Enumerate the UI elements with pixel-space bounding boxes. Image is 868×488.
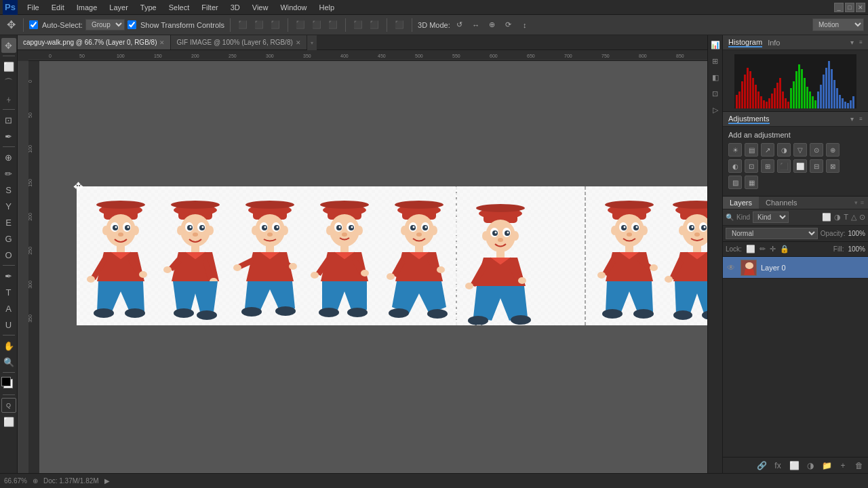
gradient-tool[interactable]: G	[1, 231, 16, 246]
zoom-tool[interactable]: 🔍	[1, 354, 16, 369]
adjustment-filter-icon[interactable]: ◑	[834, 213, 841, 222]
gradient-map-icon[interactable]: ▨	[728, 176, 742, 189]
shape-filter-icon[interactable]: △	[851, 213, 856, 222]
history-brush-tool[interactable]: Y	[1, 199, 16, 214]
hue-saturation-icon[interactable]: ⊙	[810, 143, 823, 157]
clone-stamp-tool[interactable]: S	[1, 182, 16, 197]
lock-position-icon[interactable]: ✛	[770, 245, 776, 253]
shape-tool[interactable]: U	[1, 317, 16, 332]
minimize-btn[interactable]: _	[834, 3, 844, 12]
align-bottom-icon[interactable]: ⬛	[269, 18, 282, 32]
tabs-arrow[interactable]: ▾	[307, 35, 317, 50]
tab-gif-close[interactable]: ✕	[296, 39, 301, 46]
align-left-icon[interactable]: ⬛	[294, 18, 307, 32]
lock-all-icon[interactable]: 🔒	[780, 245, 789, 253]
histogram-tab[interactable]: Histogram	[728, 38, 762, 47]
layers-panel-collapse[interactable]: ▾	[854, 199, 858, 206]
histogram-menu-btn[interactable]: ≡	[859, 39, 863, 45]
transform-checkbox[interactable]	[127, 20, 136, 29]
foreground-color[interactable]	[1, 377, 11, 386]
menu-view[interactable]: View	[247, 2, 274, 13]
fill-adjustment-btn[interactable]: ◑	[804, 460, 816, 472]
align-top-icon[interactable]: ⬛	[236, 18, 250, 32]
new-group-btn[interactable]: 📁	[821, 460, 833, 472]
channel-mixer-icon[interactable]: ⊞	[761, 159, 774, 173]
layers-tab[interactable]: Layers	[723, 197, 759, 209]
info-tab[interactable]: Info	[768, 39, 780, 47]
crop-tool[interactable]: ⊡	[1, 113, 16, 127]
new-layer-btn[interactable]: +	[837, 460, 849, 472]
distribute-h-icon[interactable]: ⬛	[351, 18, 365, 32]
dodge-tool[interactable]: O	[1, 247, 16, 262]
timeline-arrow[interactable]: ▶	[104, 477, 110, 485]
hand-tool[interactable]: ✋	[1, 338, 16, 353]
distribute-v-icon[interactable]: ⬛	[368, 18, 381, 32]
menu-image[interactable]: Image	[71, 2, 103, 13]
tab-capguy[interactable]: capguy-walk.png @ 66.7% (Layer 0, RGB/8)…	[18, 35, 171, 49]
fill-value[interactable]: 100%	[848, 245, 865, 253]
align-right-icon[interactable]: ⬛	[326, 18, 340, 32]
blackwhite-icon[interactable]: ◐	[728, 159, 742, 173]
layer-effects-btn[interactable]: fx	[772, 460, 784, 472]
workspace-select[interactable]: Motion Essentials 3D Painting	[812, 18, 864, 31]
layers-panel-menu[interactable]: ≡	[861, 199, 864, 206]
menu-3d[interactable]: 3D	[225, 2, 245, 13]
colorbalance-icon[interactable]: ⊕	[826, 143, 840, 157]
eyedropper-tool[interactable]: ✒	[1, 129, 16, 144]
group-select[interactable]: Group Layer	[85, 19, 125, 30]
pen-tool[interactable]: ✒	[1, 268, 16, 283]
opacity-value[interactable]: 100%	[848, 230, 865, 237]
menu-help[interactable]: Help	[314, 2, 340, 13]
levels-icon[interactable]: ▤	[745, 143, 758, 157]
move-tool[interactable]: ✥	[1, 38, 16, 53]
tab-gif[interactable]: GIF IMAGE @ 100% (Layer 6, RGB/8) ✕	[171, 35, 307, 49]
arrange-icon[interactable]: ⬛	[393, 18, 406, 32]
screen-mode-btn[interactable]: ⬜	[1, 414, 16, 429]
menu-select[interactable]: Select	[163, 2, 195, 13]
exposure-icon[interactable]: ◑	[777, 143, 791, 157]
blend-mode-select[interactable]: Normal Multiply Screen Overlay	[726, 228, 818, 239]
3d-orbit-icon[interactable]: ⟳	[502, 18, 515, 32]
pixel-filter-icon[interactable]: ⬜	[822, 213, 831, 222]
3d-dolly-icon[interactable]: ↕	[518, 18, 532, 32]
lasso-tool[interactable]: ⌒	[1, 75, 16, 90]
marquee-tool[interactable]: ⬜	[1, 59, 16, 74]
brush-tool[interactable]: ✏	[1, 166, 16, 181]
adjustments-tab[interactable]: Adjustments	[728, 115, 770, 124]
menu-filter[interactable]: Filter	[196, 2, 223, 13]
adjustment-panel-icon[interactable]: ⊞	[709, 54, 722, 68]
layers-panel-icon[interactable]: ◧	[709, 70, 722, 84]
layer-0-visibility[interactable]: 👁	[727, 263, 736, 272]
delete-layer-btn[interactable]: 🗑	[853, 460, 865, 472]
channels-tab[interactable]: Channels	[759, 197, 804, 209]
adjustments-collapse-btn[interactable]: ▾	[850, 115, 854, 123]
photofilter-icon[interactable]: ⊡	[745, 159, 758, 173]
threshold-icon[interactable]: ⊠	[826, 159, 840, 173]
selective-color-icon[interactable]: ▦	[745, 176, 758, 189]
type-filter-icon[interactable]: T	[844, 213, 848, 222]
smart-filter-icon[interactable]: ⊙	[859, 213, 865, 222]
type-tool[interactable]: T	[1, 285, 16, 300]
lock-pixels-icon[interactable]: ⬜	[746, 245, 755, 253]
invert-icon[interactable]: ⬜	[793, 159, 807, 173]
colorlookup-icon[interactable]: ⬛	[777, 159, 791, 173]
3d-pan-icon[interactable]: ↔	[469, 18, 483, 32]
menu-window[interactable]: Window	[275, 2, 312, 13]
tab-capguy-close[interactable]: ✕	[159, 39, 165, 46]
kind-select[interactable]: Kind Name Effect	[753, 211, 789, 223]
quick-select-tool[interactable]: ⍭	[1, 92, 16, 106]
3d-rotate-icon[interactable]: ↺	[453, 18, 467, 32]
spot-heal-tool[interactable]: ⊕	[1, 150, 16, 165]
quick-mask-btn[interactable]: Q	[1, 398, 16, 413]
align-hcenter-icon[interactable]: ⬛	[310, 18, 323, 32]
3d-zoom-icon[interactable]: ⊕	[486, 18, 499, 32]
menu-file[interactable]: File	[22, 2, 45, 13]
lock-image-icon[interactable]: ✏	[760, 245, 766, 253]
brightness-contrast-icon[interactable]: ☀	[728, 143, 742, 157]
menu-edit[interactable]: Edit	[46, 2, 70, 13]
menu-type[interactable]: Type	[135, 2, 162, 13]
curves-icon[interactable]: ↗	[761, 143, 774, 157]
posterize-icon[interactable]: ⊟	[810, 159, 823, 173]
maximize-btn[interactable]: □	[845, 3, 854, 12]
path-select-tool[interactable]: A	[1, 301, 16, 316]
